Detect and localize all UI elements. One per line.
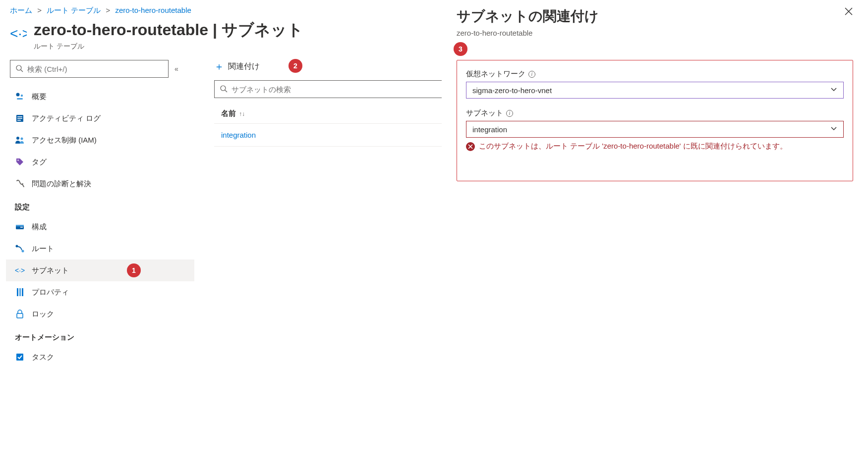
svg-rect-5 <box>17 98 23 100</box>
nav-label: 構成 <box>32 222 47 232</box>
nav-lock[interactable]: ロック <box>6 303 194 325</box>
callout-badge-2: 2 <box>289 59 302 73</box>
svg-point-1 <box>16 65 21 70</box>
nav-iam[interactable]: アクセス制御 (IAM) <box>6 129 194 151</box>
associate-label: 関連付け <box>228 61 260 72</box>
close-panel-button[interactable] <box>844 7 853 18</box>
nav-tasks[interactable]: タスク <box>6 346 194 368</box>
svg-point-12 <box>17 159 18 160</box>
info-icon[interactable]: i <box>528 71 535 78</box>
col-name-label: 名前 <box>221 109 236 118</box>
sidebar-search-input[interactable] <box>27 65 163 73</box>
info-icon[interactable]: i <box>506 110 513 117</box>
overview-icon <box>15 92 25 102</box>
svg-point-3 <box>16 93 20 97</box>
subnet-select[interactable]: integration <box>466 121 844 138</box>
search-icon <box>15 64 23 74</box>
nav-label: アクセス制御 (IAM) <box>32 136 97 145</box>
callout-badge-1: 1 <box>127 263 141 277</box>
vnet-select[interactable]: sigma-zero-to-hero-vnet <box>466 82 844 99</box>
subnet-label-text: サブネット <box>466 108 503 118</box>
subnet-value: integration <box>472 125 507 134</box>
breadcrumb-route-tables[interactable]: ルート テーブル <box>47 6 101 14</box>
routetable-icon: <·> <box>10 25 27 44</box>
chevron-down-icon <box>830 87 837 94</box>
sidebar-search[interactable] <box>10 60 169 78</box>
svg-rect-9 <box>17 120 21 121</box>
nav-label: プロパティ <box>32 288 69 297</box>
callout-badge-3: 3 <box>454 42 467 56</box>
nav-activity-log[interactable]: アクティビティ ログ <box>6 107 194 129</box>
nav-section-automation: オートメーション <box>6 325 194 346</box>
page-title: zero-to-hero-routetable | サブネット <box>34 19 303 41</box>
associate-button[interactable]: ＋ 関連付け <box>214 60 260 73</box>
svg-rect-7 <box>17 116 22 117</box>
error-icon <box>466 142 475 151</box>
nav-label: 問題の診断と解決 <box>32 179 91 189</box>
sort-icon: ↑↓ <box>239 110 245 117</box>
svg-rect-19 <box>17 288 18 296</box>
svg-rect-8 <box>17 118 22 119</box>
error-text: このサブネットは、ルート テーブル 'zero-to-hero-routetab… <box>479 142 787 151</box>
breadcrumb-home[interactable]: ホーム <box>10 6 32 14</box>
svg-point-16 <box>16 245 18 248</box>
nav-subnets[interactable]: <·> サブネット 1 <box>6 259 194 281</box>
nav-routes[interactable]: ルート <box>6 238 194 259</box>
lock-icon <box>15 309 25 319</box>
svg-rect-22 <box>17 313 23 318</box>
svg-point-24 <box>221 86 226 91</box>
sidebar: « 概要 アクティビティ ログ アクセス制御 (IAM) タグ 問題の診断と解決… <box>6 60 194 368</box>
properties-icon <box>15 287 25 297</box>
nav-label: アクティビティ ログ <box>32 114 101 123</box>
nav-label: ロック <box>32 310 54 319</box>
nav-section-settings: 設定 <box>6 195 194 216</box>
routes-icon <box>15 244 25 254</box>
breadcrumb-current[interactable]: zero-to-hero-routetable <box>115 6 191 14</box>
configuration-icon <box>15 222 25 232</box>
subnets-icon: <·> <box>15 265 25 275</box>
svg-point-17 <box>22 250 24 253</box>
svg-point-10 <box>16 137 19 140</box>
nav-label: タグ <box>32 157 47 167</box>
iam-icon <box>15 135 25 145</box>
svg-rect-23 <box>16 354 23 361</box>
form-box: 仮想ネットワーク i sigma-zero-to-hero-vnet サブネット… <box>457 60 853 181</box>
page-subtitle: ルート テーブル <box>34 42 303 51</box>
nav-label: タスク <box>32 353 54 362</box>
nav-tags[interactable]: タグ <box>6 151 194 173</box>
subnet-label: サブネット i <box>466 108 844 118</box>
associate-subnet-panel: サブネットの関連付け zero-to-hero-routetable 3 仮想ネ… <box>442 0 868 467</box>
nav-diagnose[interactable]: 問題の診断と解決 <box>6 173 194 195</box>
plus-icon: ＋ <box>214 60 224 73</box>
svg-rect-20 <box>19 288 21 296</box>
svg-point-11 <box>21 138 23 140</box>
vnet-label-text: 仮想ネットワーク <box>466 69 525 79</box>
svg-point-4 <box>21 95 23 97</box>
svg-rect-15 <box>20 227 23 228</box>
breadcrumb-sep: > <box>106 6 110 14</box>
svg-line-25 <box>225 90 227 92</box>
svg-text:<·>: <·> <box>10 25 27 41</box>
tasks-icon <box>15 352 25 362</box>
activity-log-icon <box>15 113 25 123</box>
nav-overview[interactable]: 概要 <box>6 86 194 107</box>
nav-label: 概要 <box>32 92 47 102</box>
panel-title: サブネットの関連付け <box>457 7 599 26</box>
vnet-label: 仮想ネットワーク i <box>466 69 844 79</box>
chevron-down-icon <box>830 126 837 133</box>
breadcrumb-sep: > <box>37 6 42 14</box>
diagnose-icon <box>15 179 25 189</box>
search-icon <box>220 85 228 94</box>
svg-rect-21 <box>22 288 23 296</box>
nav-label: サブネット <box>32 266 69 275</box>
error-message: このサブネットは、ルート テーブル 'zero-to-hero-routetab… <box>466 142 844 151</box>
svg-text:<·>: <·> <box>15 267 25 274</box>
vnet-value: sigma-zero-to-hero-vnet <box>472 86 552 95</box>
nav-properties[interactable]: プロパティ <box>6 281 194 303</box>
svg-line-2 <box>21 70 23 72</box>
panel-subtitle: zero-to-hero-routetable <box>457 29 599 37</box>
nav-label: ルート <box>32 244 54 254</box>
collapse-sidebar-button[interactable]: « <box>174 65 178 73</box>
nav-configuration[interactable]: 構成 <box>6 216 194 238</box>
svg-rect-14 <box>16 225 24 226</box>
